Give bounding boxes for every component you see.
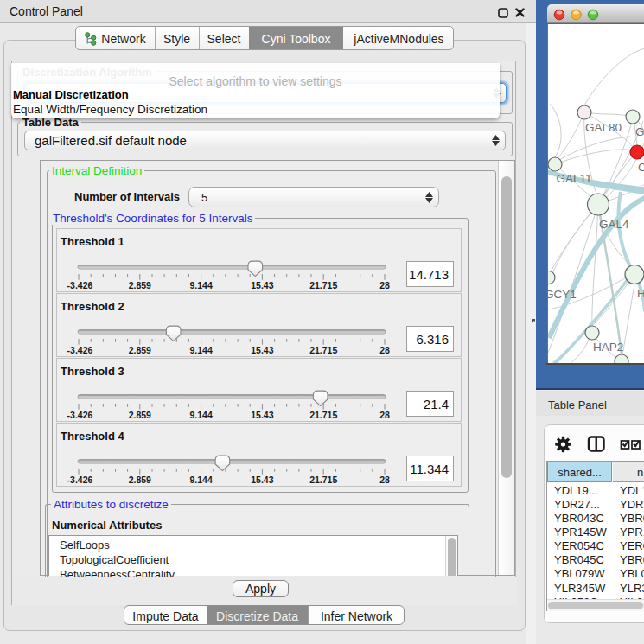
svg-text:2.859: 2.859 <box>129 410 151 420</box>
svg-text:28: 28 <box>379 410 390 420</box>
svg-text:15.43: 15.43 <box>251 475 273 485</box>
svg-text:2.859: 2.859 <box>129 475 151 485</box>
svg-text:GA: GA <box>635 125 644 138</box>
svg-text:28: 28 <box>379 475 390 485</box>
svg-text:GCY1: GCY1 <box>548 288 577 301</box>
svg-text:21.715: 21.715 <box>309 475 337 485</box>
svg-text:15.43: 15.43 <box>251 280 273 290</box>
svg-text:21.715: 21.715 <box>309 410 337 420</box>
svg-text:28: 28 <box>379 280 390 290</box>
svg-text:9.144: 9.144 <box>189 345 212 355</box>
svg-text:HI: HI <box>637 287 644 300</box>
svg-text:9.144: 9.144 <box>189 280 212 290</box>
svg-text:2.859: 2.859 <box>129 345 151 355</box>
svg-text:9.144: 9.144 <box>189 410 212 420</box>
svg-text:-3.426: -3.426 <box>67 475 93 485</box>
svg-text:21.715: 21.715 <box>309 345 337 355</box>
svg-text:-3.426: -3.426 <box>67 280 93 290</box>
svg-text:28: 28 <box>379 345 390 355</box>
svg-text:-3.426: -3.426 <box>67 345 93 355</box>
svg-text:GAL4: GAL4 <box>599 218 629 231</box>
svg-text:-3.426: -3.426 <box>67 410 93 420</box>
svg-text:15.43: 15.43 <box>251 410 273 420</box>
svg-text:15.43: 15.43 <box>251 345 273 355</box>
svg-text:2.859: 2.859 <box>129 280 151 290</box>
svg-text:GAL80: GAL80 <box>585 121 622 134</box>
svg-text:HAP2: HAP2 <box>593 341 623 354</box>
svg-text:C: C <box>638 161 644 174</box>
svg-text:9.144: 9.144 <box>189 475 212 485</box>
svg-text:GAL11: GAL11 <box>557 172 592 185</box>
svg-text:21.715: 21.715 <box>309 280 337 290</box>
